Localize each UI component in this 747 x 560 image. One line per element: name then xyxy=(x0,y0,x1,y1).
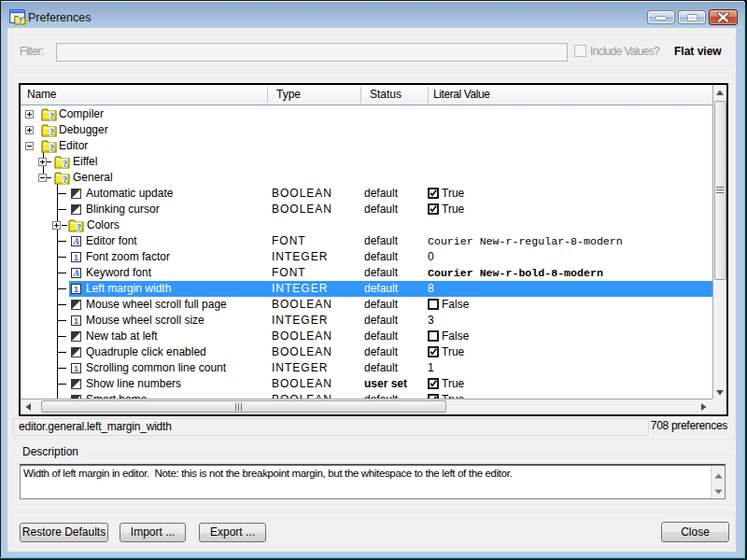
svg-text:A: A xyxy=(73,269,79,278)
svg-text:?: ? xyxy=(49,143,54,153)
svg-text:?: ? xyxy=(63,159,67,169)
svg-text:?: ? xyxy=(49,127,54,137)
svg-text:?: ? xyxy=(77,222,81,232)
svg-text:?: ? xyxy=(18,16,22,25)
svg-text:1: 1 xyxy=(74,253,78,262)
svg-text:1: 1 xyxy=(74,316,78,326)
svg-text:?: ? xyxy=(63,175,67,185)
svg-text:1: 1 xyxy=(74,285,78,294)
svg-text:1: 1 xyxy=(74,364,78,373)
svg-text:?: ? xyxy=(49,111,54,121)
svg-text:A: A xyxy=(73,237,79,246)
